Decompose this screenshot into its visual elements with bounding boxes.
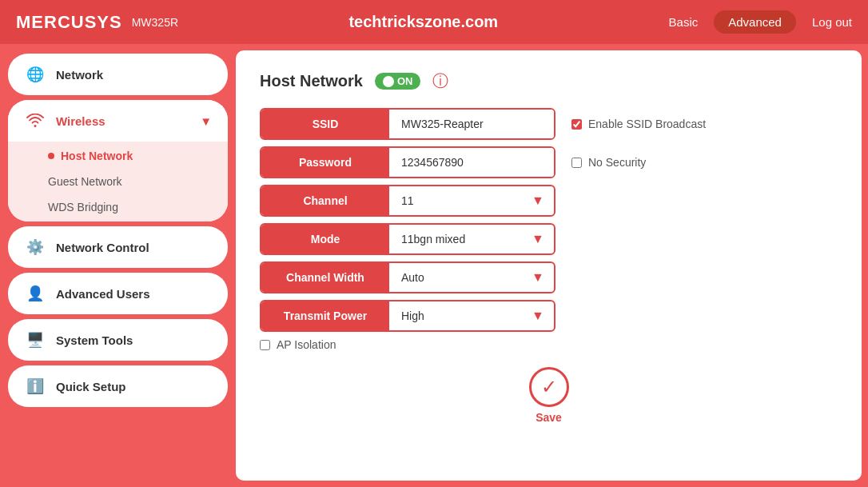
advanced-nav-link[interactable]: Advanced (714, 10, 796, 34)
mode-value: 11bgn mixed (389, 225, 522, 253)
page-title: Host Network (260, 72, 363, 90)
channel-label: Channel (261, 186, 389, 215)
toggle-label: ON (397, 75, 413, 87)
toggle-on-button[interactable]: ON (375, 73, 421, 90)
chevron-down-icon: ▼ (532, 232, 544, 246)
quick-setup-label: Quick Setup (56, 380, 126, 393)
password-form-row: Password (260, 146, 555, 178)
sidebar-item-wireless[interactable]: Wireless ▼ (8, 100, 228, 142)
channel-width-label: Channel Width (261, 263, 389, 292)
logo: MERCUSYS MW325R (16, 12, 178, 33)
ssid-label: SSID (261, 110, 389, 138)
advanced-users-icon: 👤 (24, 282, 46, 305)
checkmark-icon: ✓ (541, 376, 557, 398)
system-tools-icon: 🖥️ (24, 329, 46, 351)
ssid-input[interactable] (389, 110, 554, 138)
content-area: Host Network ON ⓘ SSID Enable SSID Broad… (236, 50, 862, 481)
wireless-group: Wireless ▼ Host Network Guest Network WD… (8, 100, 228, 222)
host-network-header: Host Network ON ⓘ (260, 70, 838, 92)
sidebar-item-wds-bridging[interactable]: WDS Bridging (8, 194, 228, 220)
mode-dropdown[interactable]: ▼ (522, 232, 554, 246)
wireless-submenu: Host Network Guest Network WDS Bridging (8, 142, 228, 222)
password-input[interactable] (389, 148, 554, 177)
model-number: MW325R (132, 16, 178, 29)
mode-form-row: Mode 11bgn mixed ▼ (260, 223, 555, 255)
header-nav: Basic Advanced Log out (669, 10, 852, 34)
save-button[interactable]: ✓ (529, 367, 569, 407)
sidebar: 🌐 Network Wireless ▼ (0, 44, 236, 487)
save-section: ✓ Save (260, 367, 838, 424)
logout-nav-link[interactable]: Log out (812, 15, 852, 29)
channel-dropdown[interactable]: ▼ (522, 194, 554, 208)
header: MERCUSYS MW325R techtrickszone.com Basic… (0, 0, 868, 44)
main-layout: 🌐 Network Wireless ▼ (0, 44, 868, 487)
transmit-power-value: High (389, 301, 522, 330)
advanced-users-label: Advanced Users (56, 287, 150, 301)
no-security-label: No Security (588, 156, 646, 169)
system-tools-label: System Tools (56, 333, 133, 347)
channel-width-dropdown[interactable]: ▼ (522, 270, 554, 285)
channel-form-row: Channel 11 ▼ (260, 185, 555, 217)
network-control-icon: ⚙️ (24, 236, 46, 258)
sidebar-item-network-control[interactable]: ⚙️ Network Control (8, 226, 228, 268)
network-control-label: Network Control (56, 241, 149, 254)
no-security-extra: No Security (571, 156, 646, 169)
channel-width-row-wrap: Channel Width Auto ▼ (260, 261, 838, 293)
channel-row-wrap: Channel 11 ▼ (260, 185, 838, 217)
transmit-power-form-row: Transmit Power High ▼ (260, 300, 555, 332)
quick-setup-icon: ℹ️ (24, 375, 46, 397)
channel-value: 11 (389, 186, 522, 215)
toggle-circle (383, 76, 394, 87)
guest-network-label: Guest Network (48, 175, 122, 188)
sidebar-item-network[interactable]: 🌐 Network (8, 54, 228, 95)
no-security-checkbox[interactable] (571, 158, 582, 168)
chevron-down-icon: ▼ (532, 270, 544, 285)
ap-isolation-label: AP Isolation (277, 338, 336, 351)
ssid-form-row: SSID (260, 108, 555, 140)
chevron-down-icon: ▼ (200, 114, 212, 128)
help-icon[interactable]: ⓘ (432, 70, 448, 92)
ap-isolation-checkbox[interactable] (260, 340, 270, 350)
transmit-power-label: Transmit Power (261, 301, 389, 330)
password-label: Password (261, 148, 389, 177)
network-icon: 🌐 (24, 63, 46, 86)
password-row-wrap: Password No Security (260, 146, 838, 178)
active-dot (48, 153, 54, 159)
transmit-power-dropdown[interactable]: ▼ (522, 309, 554, 323)
brand-name: MERCUSYS (16, 12, 122, 33)
sidebar-item-system-tools[interactable]: 🖥️ System Tools (8, 319, 228, 361)
mode-label: Mode (261, 225, 389, 253)
enable-ssid-checkbox[interactable] (571, 119, 582, 130)
enable-ssid-label: Enable SSID Broadcast (588, 118, 706, 130)
sidebar-item-guest-network[interactable]: Guest Network (8, 169, 228, 194)
wds-bridging-label: WDS Bridging (48, 201, 118, 214)
mode-row-wrap: Mode 11bgn mixed ▼ (260, 223, 838, 255)
sidebar-item-host-network[interactable]: Host Network (8, 143, 228, 169)
sidebar-item-advanced-users[interactable]: 👤 Advanced Users (8, 273, 228, 314)
channel-width-value: Auto (389, 263, 522, 292)
channel-width-form-row: Channel Width Auto ▼ (260, 261, 555, 293)
host-network-label: Host Network (61, 150, 133, 162)
wireless-icon (24, 110, 46, 132)
ap-isolation-row: AP Isolation (260, 338, 838, 351)
enable-ssid-extra: Enable SSID Broadcast (571, 118, 706, 130)
ssid-row-wrap: SSID Enable SSID Broadcast (260, 108, 838, 140)
sidebar-item-quick-setup[interactable]: ℹ️ Quick Setup (8, 365, 228, 407)
wireless-label: Wireless (56, 114, 106, 128)
save-label: Save (536, 411, 562, 424)
transmit-power-row-wrap: Transmit Power High ▼ (260, 300, 838, 332)
network-label: Network (56, 68, 103, 82)
chevron-down-icon: ▼ (532, 309, 544, 323)
basic-nav-link[interactable]: Basic (669, 15, 699, 29)
chevron-down-icon: ▼ (532, 194, 544, 208)
header-center-text: techtrickszone.com (178, 13, 669, 31)
